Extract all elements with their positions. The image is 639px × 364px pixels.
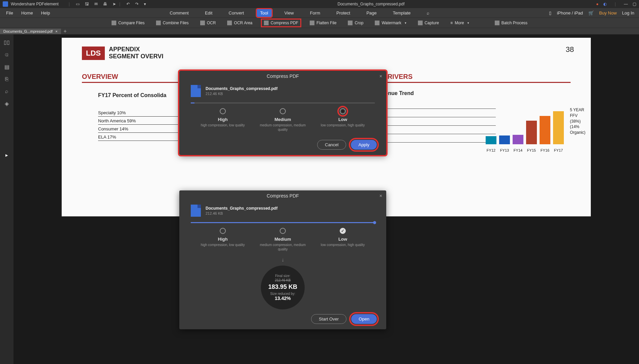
tool-batch[interactable]: Batch Process [493,20,529,26]
menu-protect[interactable]: Protect [333,9,354,17]
tool-ocr-area-label: OCR Area [234,21,252,25]
tool-compare-label: Compare Files [118,21,145,25]
radio-icon[interactable] [220,108,226,114]
close-dialog-icon[interactable]: × [379,193,382,199]
tool-combine[interactable]: Combine Files [154,20,191,26]
redo-icon[interactable]: ↷ [135,2,139,6]
radio-icon[interactable] [280,108,286,114]
dialog-title: Compress PDF × [179,71,386,82]
tool-watermark[interactable]: Watermark▾ [373,20,408,26]
tool-crop[interactable]: Crop [346,20,365,26]
radio-icon[interactable] [280,228,286,234]
title-bar: Wondershare PDFelement | ▭ 🖫 ✉ 🖶 ➤ | ↶ ↷… [0,0,639,8]
tool-ocr[interactable]: OCR [198,20,218,26]
menu-tool[interactable]: Tool [257,9,272,17]
doc-header: APPENDIX SEGMENT OVERVI [109,46,163,60]
progress-bar [191,102,375,103]
progress-fill [191,222,375,223]
bar-label: FY12 [486,148,496,152]
file-icon [191,205,201,217]
menu-form[interactable]: Form [307,9,324,17]
share-icon[interactable]: ➤ [113,2,116,6]
layers-icon[interactable]: ◈ [5,100,9,107]
option-medium[interactable]: Medium medium compression, medium qualit… [259,228,306,251]
apply-button[interactable]: Apply [351,140,377,150]
menu-home[interactable]: Home [21,10,33,16]
menu-convert[interactable]: Convert [225,9,247,17]
maximize-icon[interactable]: ▢ [633,2,636,6]
start-over-button[interactable]: Start Over [311,314,346,324]
option-label: Low [319,117,366,122]
menu-iphone[interactable]: iPhone / iPad [557,10,583,16]
fy-title: FY17 Percent of Consolida [98,92,166,98]
radio-icon[interactable] [220,228,226,234]
cancel-button[interactable]: Cancel [317,140,346,150]
final-size-label: Final size: [275,274,290,278]
menu-login[interactable]: Log In [622,10,634,16]
expand-sidebar-icon[interactable]: ▶ [5,153,8,157]
menu-right: ▯ iPhone / iPad 🛒 Buy Now Log In [549,10,639,16]
option-low[interactable]: Low low compression, high quality [319,228,366,251]
undo-icon[interactable]: ↶ [126,2,130,6]
data-row: Specialty 10% [98,109,186,117]
tool-compress[interactable]: Compress PDF [262,20,300,26]
batch-icon [495,21,499,25]
search-panel-icon[interactable]: ⌕ [5,88,8,94]
option-high[interactable]: High high compression, low quality [199,228,246,251]
bar [513,135,523,144]
menu-edit[interactable]: Edit [202,9,216,17]
bookmark-icon[interactable]: ⟃ [5,52,8,58]
thumbnails-icon[interactable]: ▯▯ [4,39,10,46]
doc-title-1: APPENDIX [109,46,163,53]
radio-icon[interactable] [340,108,346,114]
menu-page[interactable]: Page [363,9,380,17]
tool-ocr-area[interactable]: OCR Area [225,20,254,26]
menu-help[interactable]: Help [41,10,50,16]
sidebar: ▯▯ ⟃ ▤ ⎘ ⌕ ◈ ▶ [0,34,13,364]
close-tab-icon[interactable]: × [55,29,57,33]
bar [486,136,496,144]
annot-line: (38%) [570,119,585,124]
save-icon[interactable]: 🖫 [85,2,89,6]
open-icon[interactable]: ▭ [76,2,80,6]
comments-icon[interactable]: ▤ [4,64,9,70]
menu-comment[interactable]: Comment [166,9,192,17]
dialog-file-info: Documents_Graphs_compressed.pdf 212.46 K… [179,201,386,217]
file-icon [191,85,201,97]
menu-template[interactable]: Template [390,9,414,17]
data-row: North America 59% [98,117,186,125]
old-size: 212.46 KB [275,278,291,282]
close-dialog-icon[interactable]: × [379,73,382,79]
option-high[interactable]: High high compression, low quality [199,108,246,132]
tool-flatten[interactable]: Flatten File [308,20,338,26]
notification-icon[interactable]: ● [596,2,599,6]
search-icon[interactable]: ⌕ [423,9,433,17]
menu-file[interactable]: File [6,10,13,16]
dialog-buttons: Start Over Open [179,309,386,329]
option-medium[interactable]: Medium medium compression, medium qualit… [259,108,306,132]
annot-line: 5 YEAR FFV [570,107,585,119]
page-number: 38 [566,45,574,54]
open-button[interactable]: Open [351,314,377,324]
radio-icon[interactable] [340,228,346,234]
menu-view[interactable]: View [281,9,297,17]
tool-compare[interactable]: Compare Files [110,20,147,26]
option-label: Medium [259,117,306,122]
theme-icon[interactable]: ◐ [603,2,607,6]
option-low[interactable]: Low low compression, high quality [319,108,366,132]
new-tab-button[interactable]: + [64,28,67,34]
menu-buy[interactable]: Buy Now [599,10,617,16]
tool-more[interactable]: ≡More▾ [448,20,471,26]
attachment-icon[interactable]: ⎘ [5,76,8,82]
flatten-icon [310,21,314,25]
titlebar-actions: ▭ 🖫 ✉ 🖶 ➤ [76,2,116,6]
tab-bar: Documents_G...mpressed.pdf × + [0,28,639,34]
tool-capture[interactable]: Capture [416,20,441,26]
bar [540,116,550,144]
compress-dialog-2: Compress PDF × Documents_Graphs_compress… [179,190,386,329]
mail-icon[interactable]: ✉ [94,2,98,6]
print-icon[interactable]: 🖶 [103,2,107,6]
app-logo-icon [3,1,8,7]
document-tab[interactable]: Documents_G...mpressed.pdf × [0,29,61,34]
minimize-icon[interactable]: — [624,2,628,6]
